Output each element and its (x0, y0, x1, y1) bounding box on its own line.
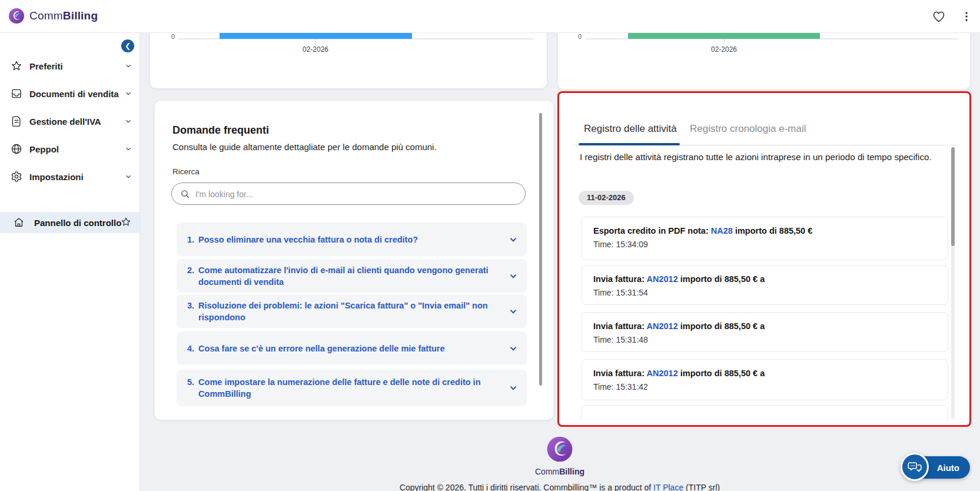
sidebar-item-label: Documenti di vendita (29, 89, 119, 99)
faq-item-4[interactable]: 4.Cosa fare se c'è un errore nella gener… (177, 331, 527, 365)
faq-item-text: Cosa fare se c'è un errore nella generaz… (198, 343, 444, 354)
x-axis-label: 02-2026 (689, 45, 759, 54)
sidebar-item-label: Gestione dell'IVA (29, 117, 101, 127)
activity-entry-partial (581, 405, 948, 420)
it-place-link[interactable]: IT Place (653, 483, 683, 491)
more-options-button[interactable] (959, 9, 975, 24)
favorite-star-icon[interactable] (121, 217, 131, 227)
entry-time-label: Time: (593, 382, 613, 392)
document-icon (11, 115, 22, 127)
bar-blue (220, 32, 412, 39)
footer-copyright: Copyright © 2026. Tutti i diritti riserv… (139, 483, 980, 491)
x-axis-label: 02-2026 (280, 45, 351, 54)
chevron-down-icon (508, 306, 519, 317)
faq-card: Domande frequenti Consulta le guide alta… (155, 101, 553, 420)
faq-item-3[interactable]: 3.Risoluzione dei problemi: le azioni "S… (177, 294, 527, 328)
footer-brand-name: CommBilling (139, 467, 980, 476)
sidebar-item-pannello-di-controllo[interactable]: Pannello di controllo (0, 212, 139, 233)
sidebar: ❮ Preferiti Documenti di vendita Gestio (0, 32, 140, 491)
brand-name: CommBilling (29, 9, 98, 22)
top-header: CommBilling (0, 0, 980, 33)
faq-search-input[interactable] (194, 185, 514, 203)
faq-title: Domande frequenti (172, 124, 269, 137)
faq-item-text: Come automatizzare l'invio di e-mail ai … (198, 264, 493, 288)
faq-search-label: Ricerca (172, 167, 200, 176)
chevron-down-icon (508, 271, 519, 281)
chevron-down-icon (124, 89, 132, 98)
sidebar-item-peppol[interactable]: Peppol (0, 140, 139, 158)
entry-document-link[interactable]: AN2012 (647, 321, 678, 331)
sidebar-item-label: Impostazioni (29, 172, 84, 182)
x-axis-tick (315, 39, 316, 42)
sidebar-item-preferiti[interactable]: Preferiti (0, 57, 139, 75)
entry-amount-text: importo di 885,50 € a (680, 274, 765, 284)
faq-scrollbar[interactable] (539, 113, 542, 386)
brand-logo: CommBilling (8, 8, 98, 24)
faq-item-text: Come impostare la numerazione delle fatt… (198, 376, 493, 400)
faq-item-1[interactable]: 1.Posso eliminare una vecchia fattura o … (177, 223, 527, 256)
entry-time-value: 15:31:54 (616, 288, 648, 297)
chevron-down-icon (124, 172, 132, 181)
footer-logo-icon (546, 436, 573, 463)
sidebar-item-label: Preferiti (29, 61, 63, 71)
entry-time-label: Time: (593, 240, 613, 249)
faq-item-5[interactable]: 5.Come impostare la numerazione delle fa… (177, 370, 527, 406)
entry-document-link[interactable]: NA28 (711, 226, 733, 235)
sidebar-item-gestione-iva[interactable]: Gestione dell'IVA (0, 112, 139, 131)
faq-search-box (171, 183, 526, 205)
activity-scrollbar-thumb[interactable] (951, 147, 955, 246)
sidebar-collapse-button[interactable]: ❮ (121, 39, 134, 52)
sidebar-item-label: Peppol (29, 144, 59, 154)
x-axis-tick (724, 39, 725, 42)
favorites-heart-button[interactable] (932, 9, 947, 24)
entry-document-link[interactable]: AN2012 (647, 274, 678, 284)
entry-time-value: 15:31:42 (616, 382, 648, 392)
faq-item-number: 5. (187, 376, 194, 400)
copyright-text: Copyright © 2026. Tutti i diritti riserv… (400, 483, 653, 491)
home-icon (13, 217, 25, 228)
inbox-icon (11, 88, 22, 99)
chevron-down-icon (124, 145, 132, 153)
faq-item-number: 4. (187, 343, 194, 354)
chevron-down-icon (124, 117, 132, 125)
activity-log-panel: Registro delle attività Registro cronolo… (557, 91, 971, 427)
y-axis-tick: 0 (162, 33, 175, 40)
chart-card-left: 0 02-2026 (150, 32, 547, 88)
activity-entry: Esporta credito in PDF nota: NA28 import… (581, 217, 948, 260)
faq-item-text: Posso eliminare una vecchia fattura o no… (198, 234, 418, 246)
entry-document-link[interactable]: AN2012 (647, 369, 678, 378)
chat-icon (907, 459, 922, 475)
chevron-down-icon (508, 234, 519, 245)
entry-time-value: 15:34:09 (616, 240, 648, 249)
y-axis-tick: 0 (569, 33, 582, 40)
activity-entry: Invia fattura: AN2012 importo di 885,50 … (581, 265, 948, 305)
faq-item-number: 1. (187, 234, 194, 246)
star-icon (11, 60, 22, 72)
footer: CommBilling Copyright © 2026. Tutti i di… (139, 436, 980, 491)
brand-logo-icon (8, 8, 25, 24)
faq-item-2[interactable]: 2.Come automatizzare l'invio di e-mail a… (177, 259, 527, 293)
activity-entry: Invia fattura: AN2012 importo di 885,50 … (581, 312, 948, 352)
faq-item-text: Risoluzione dei problemi: le azioni "Sca… (198, 300, 493, 323)
activity-entries: Esporta credito in PDF nota: NA28 import… (581, 93, 948, 420)
chevron-down-icon (508, 383, 519, 393)
sidebar-item-documenti-di-vendita[interactable]: Documenti di vendita (0, 84, 139, 103)
entry-action-text: Invia fattura: (593, 274, 645, 284)
entry-amount-text: importo di 885,50 € (735, 226, 812, 235)
faq-subtitle: Consulta le guide altamente dettagliate … (172, 142, 437, 152)
sidebar-item-impostazioni[interactable]: Impostazioni (0, 167, 139, 186)
help-chat-bubble-button[interactable] (901, 453, 929, 481)
faq-item-number: 3. (187, 300, 194, 323)
kebab-menu-icon (959, 9, 975, 24)
search-icon (180, 189, 190, 199)
sidebar-item-label: Pannello di controllo (34, 218, 121, 228)
activity-entry: Invia fattura: AN2012 importo di 885,50 … (581, 359, 948, 400)
copyright-suffix: (TITP srl) (683, 483, 720, 491)
entry-time-label: Time: (593, 288, 613, 297)
entry-amount-text: importo di 885,50 € a (680, 321, 765, 331)
globe-icon (11, 143, 22, 155)
entry-amount-text: importo di 885,50 € a (680, 369, 765, 378)
chevron-down-icon (124, 62, 132, 70)
faq-item-number: 2. (187, 264, 194, 288)
app-window: CommBilling ❮ Preferiti (0, 0, 980, 491)
